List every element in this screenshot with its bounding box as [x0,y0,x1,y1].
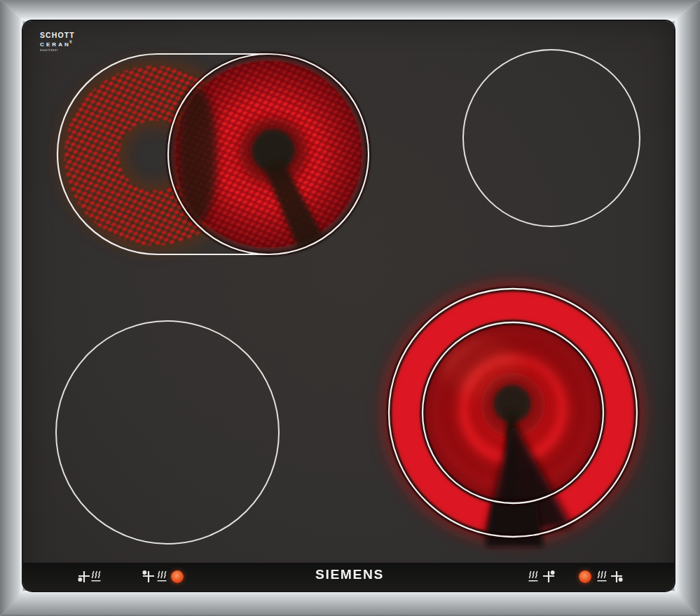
rear-left-power-led [171,570,184,583]
zone-cross-dot-bottom-left-icon [76,569,92,584]
zone-front-right-active [389,289,637,547]
zone-rear-right-outline [463,50,640,226]
frame-bottom-edge [0,591,700,616]
zone-front-left-outline [56,321,279,544]
cooktop-photo: SCHOTT CERAN® 9000728337 [0,0,700,616]
registered-mark: ® [69,40,72,44]
residual-heat-icon [596,569,608,584]
residual-heat-icon [90,569,102,584]
residual-heat-icon [156,569,167,584]
residual-heat-icon [528,569,539,584]
schott-ceran-logo: SCHOTT CERAN® 9000728337 [40,32,75,52]
frame-right-edge [674,0,700,616]
zone-cross-dot-bottom-right-icon [609,569,624,584]
cooking-zones-layer [23,21,674,591]
frame-top-edge [0,0,700,22]
zone-cross-dot-top-right-icon [541,569,556,584]
glass-surface: SCHOTT CERAN® 9000728337 [23,21,674,591]
frame-left-edge [0,0,23,616]
ceran-text: CERAN® [40,41,75,48]
cooktop-frame: SCHOTT CERAN® 9000728337 [0,0,700,616]
product-code: 9000728337 [40,49,75,52]
zone-rear-left-active [57,54,369,254]
front-right-power-led [579,570,591,583]
schott-text: SCHOTT [40,32,75,39]
siemens-logo: SIEMENS [296,568,404,582]
zone-cross-dot-top-left-icon [141,569,156,584]
control-band: SIEMENS [23,563,674,591]
